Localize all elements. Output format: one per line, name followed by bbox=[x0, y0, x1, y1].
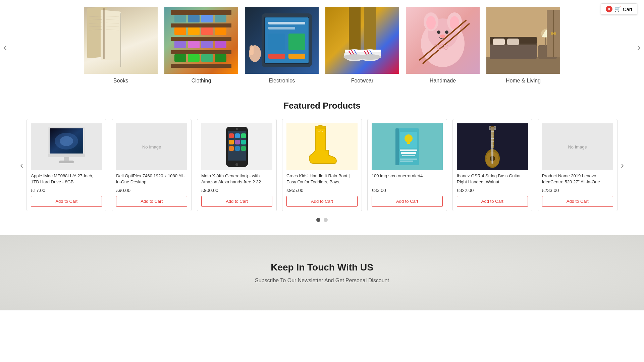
svg-rect-29 bbox=[215, 41, 226, 48]
svg-rect-28 bbox=[201, 41, 213, 48]
category-item-handmade[interactable]: Handmade bbox=[406, 7, 480, 84]
svg-rect-33 bbox=[215, 54, 226, 62]
svg-point-134 bbox=[490, 156, 495, 161]
svg-rect-76 bbox=[493, 39, 505, 45]
product-card-1: Apple iMac ME088LL/A 27-Inch, 1TB Hard D… bbox=[26, 119, 106, 211]
product-price-4: £955.00 bbox=[286, 188, 358, 193]
svg-rect-117 bbox=[402, 155, 415, 156]
svg-rect-40 bbox=[288, 34, 305, 50]
keep-in-touch-section: Keep In Touch With US Subscribe To Our N… bbox=[0, 235, 644, 310]
svg-rect-32 bbox=[201, 54, 213, 62]
newsletter-subtitle: Subscribe To Our Newsletter And Get Pers… bbox=[13, 278, 631, 284]
product-card-7: No Image Product Name 2019 Lenovo IdeaCe… bbox=[538, 119, 618, 211]
add-to-cart-button-1[interactable]: Add to Cart bbox=[31, 196, 102, 207]
category-image-homeliving bbox=[486, 7, 560, 74]
add-to-cart-button-7[interactable]: Add to Cart bbox=[542, 196, 613, 207]
carousel-dots bbox=[17, 218, 627, 222]
svg-rect-105 bbox=[235, 146, 240, 151]
svg-line-137 bbox=[492, 127, 493, 164]
carousel-dot-1[interactable] bbox=[316, 218, 320, 222]
svg-point-124 bbox=[494, 126, 496, 128]
svg-rect-44 bbox=[250, 45, 254, 55]
add-to-cart-button-3[interactable]: Add to Cart bbox=[201, 196, 272, 207]
cart-count: 0 bbox=[606, 6, 612, 12]
category-item-footwear[interactable]: Footwear bbox=[325, 7, 399, 84]
carousel-dot-2[interactable] bbox=[324, 218, 328, 222]
svg-rect-15 bbox=[171, 37, 231, 41]
svg-rect-30 bbox=[174, 54, 186, 62]
add-to-cart-button-6[interactable]: Add to Cart bbox=[457, 196, 528, 207]
svg-rect-13 bbox=[171, 10, 231, 15]
categories-next-button[interactable]: › bbox=[634, 38, 644, 57]
svg-rect-27 bbox=[188, 41, 200, 48]
add-to-cart-button-2[interactable]: Add to Cart bbox=[116, 196, 187, 207]
svg-rect-118 bbox=[400, 159, 417, 160]
svg-point-108 bbox=[236, 128, 238, 130]
svg-point-125 bbox=[494, 128, 496, 130]
product-image-5 bbox=[372, 123, 443, 170]
category-item-homeliving[interactable]: Home & Living bbox=[486, 7, 560, 84]
category-label-handmade: Handmade bbox=[430, 78, 456, 84]
svg-rect-102 bbox=[235, 140, 240, 144]
categories-section: ‹ bbox=[0, 0, 644, 94]
categories-wrapper: Books bbox=[13, 7, 631, 84]
svg-rect-37 bbox=[268, 22, 305, 24]
svg-rect-41 bbox=[268, 54, 285, 59]
svg-rect-111 bbox=[395, 128, 399, 165]
product-image-6 bbox=[457, 123, 528, 170]
svg-point-123 bbox=[489, 128, 491, 130]
svg-rect-45 bbox=[349, 7, 361, 50]
svg-rect-106 bbox=[241, 146, 246, 151]
product-price-3: £900.00 bbox=[201, 188, 272, 193]
newsletter-title: Keep In Touch With US bbox=[13, 262, 631, 273]
product-card-3: Moto X (4th Generation) - with Amazon Al… bbox=[197, 119, 277, 211]
category-label-clothing: Clothing bbox=[192, 78, 211, 84]
svg-rect-42 bbox=[288, 54, 305, 59]
category-image-handmade bbox=[406, 7, 480, 74]
svg-rect-119 bbox=[400, 161, 413, 162]
svg-point-91 bbox=[60, 136, 73, 146]
product-card-2: No Image Dell OptiPlex 7460 644 x 362 … bbox=[112, 119, 192, 211]
svg-rect-114 bbox=[407, 142, 410, 144]
products-prev-button[interactable]: ‹ bbox=[17, 157, 26, 174]
product-card-4: Crocs Kids' Handle It Rain Boot | Easy O… bbox=[282, 119, 362, 211]
category-item-electronics[interactable]: Electronics bbox=[245, 7, 319, 84]
category-item-clothing[interactable]: Clothing bbox=[164, 7, 238, 84]
product-image-2: No Image bbox=[116, 123, 187, 170]
product-image-1 bbox=[31, 123, 102, 170]
svg-rect-115 bbox=[400, 149, 417, 151]
products-grid: Apple iMac ME088LL/A 27-Inch, 1TB Hard D… bbox=[26, 119, 617, 211]
svg-point-60 bbox=[359, 54, 381, 60]
products-wrapper: ‹ bbox=[17, 119, 627, 211]
svg-point-113 bbox=[405, 134, 413, 142]
add-to-cart-button-4[interactable]: Add to Cart bbox=[286, 196, 358, 207]
product-card-5: 100 img srco onerroralert4 £33.00 Add to… bbox=[367, 119, 447, 211]
svg-rect-103 bbox=[241, 140, 246, 144]
products-next-button[interactable]: › bbox=[618, 157, 627, 174]
svg-rect-31 bbox=[188, 54, 200, 62]
product-price-1: £17.00 bbox=[31, 188, 102, 193]
category-image-books bbox=[84, 7, 158, 74]
svg-point-69 bbox=[440, 35, 445, 38]
add-to-cart-button-5[interactable]: Add to Cart bbox=[372, 196, 443, 207]
product-name-2: Dell OptiPlex 7460 644 x 362 All-in-On… bbox=[116, 173, 187, 185]
no-image-placeholder-7: No Image bbox=[542, 123, 613, 170]
category-image-electronics bbox=[245, 7, 319, 74]
svg-rect-26 bbox=[174, 41, 186, 48]
category-label-books: Books bbox=[113, 78, 128, 84]
category-label-electronics: Electronics bbox=[269, 78, 295, 84]
svg-rect-99 bbox=[235, 133, 240, 138]
svg-rect-24 bbox=[201, 27, 213, 35]
cart-button[interactable]: 0 🛒 Cart bbox=[601, 3, 637, 15]
product-name-3: Moto X (4th Generation) - with Amazon Al… bbox=[201, 173, 272, 185]
featured-section: Featured Products ‹ bbox=[0, 94, 644, 232]
svg-point-85 bbox=[551, 32, 553, 35]
category-image-footwear bbox=[325, 7, 399, 74]
category-item-books[interactable]: Books bbox=[84, 7, 158, 84]
svg-rect-22 bbox=[174, 27, 186, 35]
no-image-placeholder-2: No Image bbox=[116, 123, 187, 170]
svg-point-68 bbox=[445, 31, 448, 34]
svg-rect-77 bbox=[507, 39, 519, 45]
svg-rect-94 bbox=[48, 154, 85, 157]
categories-prev-button[interactable]: ‹ bbox=[0, 38, 10, 57]
